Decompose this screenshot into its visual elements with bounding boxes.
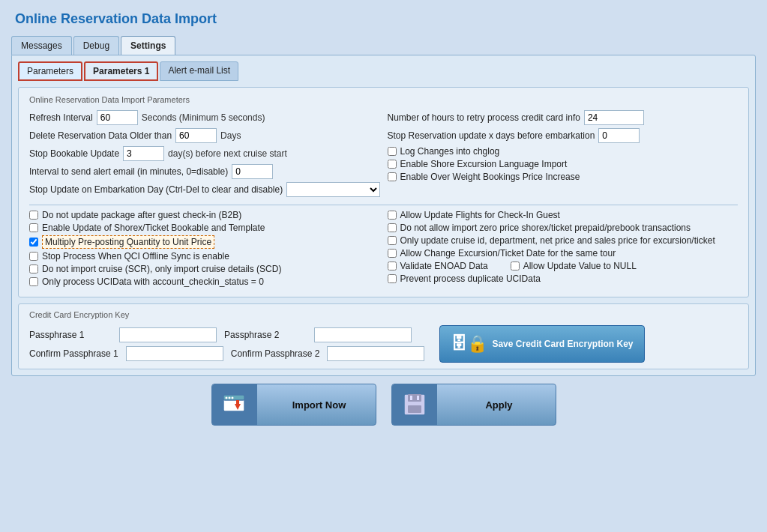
enable-over-weight-row: Enable Over Weight Bookings Price Increa… [388,172,739,182]
interval-alert-input[interactable] [232,164,273,179]
section-title: Online Reservation Data Import Parameter… [29,95,738,104]
stop-reservation-row: Stop Reservation update x days before em… [388,128,739,143]
multiply-preposting-row: Multiply Pre-posting Quantity to Unit Pr… [29,235,380,249]
only-process-uci-label: Only process UCIData with account_checki… [42,276,264,287]
svg-point-2 [225,397,227,399]
allow-change-excursion-checkbox[interactable] [388,249,397,258]
tab-settings[interactable]: Settings [121,36,175,55]
log-changes-row: Log Changes into chglog [388,146,739,157]
interval-alert-label: Interval to send alert email (in minutes… [29,166,228,177]
stop-process-qci-checkbox[interactable] [29,252,38,261]
footer-bar: Import Now Apply [11,384,756,426]
allow-change-excursion-label: Allow Change Excursion/Ticket Date for t… [400,248,616,259]
hours-retry-label: Number of hours to retry process credit … [388,112,580,123]
allow-update-flights-checkbox[interactable] [388,211,397,220]
stop-process-qci-row: Stop Process When QCI Offline Sync is en… [29,251,380,262]
refresh-interval-input[interactable] [97,110,138,125]
enable-update-shorex-row: Enable Update of Shorex/Ticket Bookable … [29,223,380,233]
apply-label: Apply [443,399,556,411]
do-not-allow-import-label: Do not allow import zero price shorex/ti… [400,223,691,233]
refresh-interval-row: Refresh Interval Seconds (Minimum 5 seco… [29,110,380,125]
delete-reservation-label: Delete Reservation Data Older than [29,130,172,141]
only-update-cruise-checkbox[interactable] [388,236,397,245]
prevent-process-label: Prevent process duplicate UCIData [400,273,541,284]
stop-reservation-label: Stop Reservation update x days before em… [388,130,595,141]
cc-row2: Confirm Passphrase 1 Confirm Passphrase … [29,346,424,361]
stop-bookable-input[interactable] [123,146,164,161]
prevent-process-row: Prevent process duplicate UCIData [388,273,739,284]
validate-enoad-checkbox[interactable] [388,262,397,270]
confirm-passphrase2-label: Confirm Passphrase 2 [231,348,320,359]
page-title: Online Reservation Data Import [11,11,756,27]
passphrase1-label: Passphrase 1 [29,330,112,340]
tab-debug[interactable]: Debug [73,36,119,55]
import-now-label: Import Now [263,399,376,411]
hours-retry-input[interactable] [584,110,644,125]
stop-bookable-unit: day(s) before next cruise start [168,148,287,159]
prevent-process-checkbox[interactable] [388,274,397,283]
cc-row1: Passphrase 1 Passphrase 2 [29,327,424,342]
delete-reservation-input[interactable] [175,128,217,143]
only-process-uci-checkbox[interactable] [29,277,38,286]
stop-reservation-input[interactable] [598,128,640,143]
log-changes-checkbox[interactable] [388,147,397,156]
apply-icon [392,384,437,426]
confirm-passphrase2-input[interactable] [327,346,424,361]
stop-process-qci-label: Stop Process When QCI Offline Sync is en… [42,251,229,262]
only-update-cruise-row: Only update cruise id, department, net p… [388,235,739,246]
allow-update-value-checkbox[interactable] [511,262,520,270]
multiply-preposting-checkbox[interactable] [29,238,38,247]
svg-point-4 [231,397,233,399]
allow-update-value-label: Allow Update Value to NULL [523,261,637,271]
multiply-preposting-label: Multiply Pre-posting Quantity to Unit Pr… [42,235,214,249]
refresh-interval-label: Refresh Interval [29,112,93,123]
top-form-grid: Refresh Interval Seconds (Minimum 5 seco… [29,110,738,200]
delete-reservation-row: Delete Reservation Data Older than Days [29,128,380,143]
import-now-button[interactable]: Import Now [211,384,376,426]
enable-over-weight-checkbox[interactable] [388,172,397,181]
import-icon [212,384,257,426]
stop-update-embarkation-select[interactable] [286,182,379,197]
svg-rect-10 [410,396,412,400]
apply-button[interactable]: Apply [391,384,556,426]
only-update-cruise-label: Only update cruise id, department, net p… [400,235,715,246]
passphrase2-input[interactable] [314,327,412,342]
save-cc-btn[interactable]: 🗄🔒 Save Credit Card Encryption Key [439,325,644,363]
sub-tabs-row: Parameters Parameters 1 Alert e-mail Lis… [18,61,749,81]
confirm-passphrase1-input[interactable] [126,346,223,361]
sub-tab-alert-email[interactable]: Alert e-mail List [160,61,238,81]
sub-tab-parameters1[interactable]: Parameters 1 [84,61,158,81]
do-not-allow-import-checkbox[interactable] [388,223,397,232]
refresh-interval-unit: Seconds (Minimum 5 seconds) [142,112,265,123]
enable-shore-excursion-label: Enable Shore Excursion Language Import [400,159,568,169]
do-not-update-package-label: Do not update package after guest check-… [42,210,241,220]
tab-messages[interactable]: Messages [11,36,72,55]
svg-rect-11 [417,396,419,400]
do-not-import-cruise-checkbox[interactable] [29,265,38,273]
do-not-update-package-row: Do not update package after guest check-… [29,210,380,220]
only-process-uci-row: Only process UCIData with account_checki… [29,276,380,287]
main-panel: Parameters Parameters 1 Alert e-mail Lis… [11,55,756,376]
svg-rect-6 [236,400,239,405]
passphrase1-input[interactable] [119,327,217,342]
allow-update-flights-row: Allow Update Flights for Check-In Guest [388,210,739,220]
passphrase2-label: Passphrase 2 [224,330,307,340]
enable-update-shorex-checkbox[interactable] [29,223,38,232]
enable-shore-excursion-checkbox[interactable] [388,160,397,169]
stop-bookable-label: Stop Bookable Update [29,148,119,159]
svg-rect-9 [408,405,421,413]
stop-bookable-row: Stop Bookable Update day(s) before next … [29,146,380,161]
do-not-update-package-checkbox[interactable] [29,211,38,220]
do-not-import-cruise-row: Do not import cruise (SCR), only import … [29,264,380,274]
sub-tab-parameters[interactable]: Parameters [18,61,82,81]
cc-icon: 🗄🔒 [451,334,487,354]
enable-over-weight-label: Enable Over Weight Bookings Price Increa… [400,172,580,182]
checkbox-grid: Do not update package after guest check-… [29,210,738,289]
tabs-row: Messages Debug Settings [11,36,756,55]
do-not-import-cruise-label: Do not import cruise (SCR), only import … [42,264,281,274]
interval-alert-row: Interval to send alert email (in minutes… [29,164,380,179]
enable-update-shorex-label: Enable Update of Shorex/Ticket Bookable … [42,223,265,233]
hours-retry-row: Number of hours to retry process credit … [388,110,739,125]
stop-update-embarkation-row: Stop Update on Embarkation Day (Ctrl-Del… [29,182,380,197]
save-cc-btn-label: Save Credit Card Encryption Key [492,339,633,349]
